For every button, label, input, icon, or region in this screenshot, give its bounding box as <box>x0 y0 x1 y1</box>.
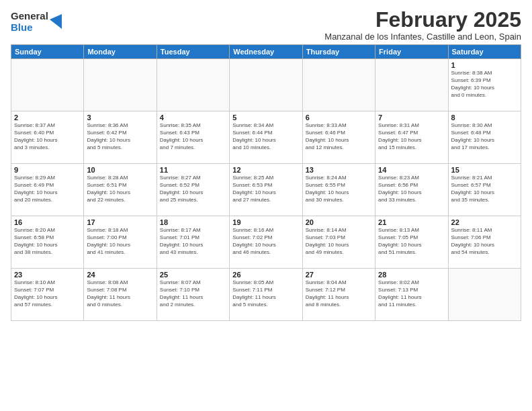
calendar-cell: 17Sunrise: 8:18 AM Sunset: 7:00 PM Dayli… <box>84 216 157 269</box>
day-info: Sunrise: 8:29 AM Sunset: 6:49 PM Dayligh… <box>14 175 81 203</box>
day-number: 14 <box>378 166 445 174</box>
calendar-cell: 3Sunrise: 8:36 AM Sunset: 6:42 PM Daylig… <box>84 111 157 164</box>
day-info: Sunrise: 8:38 AM Sunset: 6:39 PM Dayligh… <box>451 70 518 99</box>
day-number: 13 <box>306 166 372 174</box>
calendar-cell: 1Sunrise: 8:38 AM Sunset: 6:39 PM Daylig… <box>448 59 521 111</box>
calendar-cell <box>302 59 375 111</box>
day-of-week-header: Tuesday <box>157 45 229 59</box>
day-info: Sunrise: 8:27 AM Sunset: 6:52 PM Dayligh… <box>160 175 226 203</box>
calendar-cell <box>448 269 521 321</box>
day-info: Sunrise: 8:17 AM Sunset: 7:01 PM Dayligh… <box>160 227 226 256</box>
day-info: Sunrise: 8:10 AM Sunset: 7:07 PM Dayligh… <box>14 279 81 308</box>
day-number: 19 <box>232 218 299 226</box>
calendar-cell <box>157 59 229 111</box>
day-number: 16 <box>14 218 81 226</box>
calendar-cell: 28Sunrise: 8:02 AM Sunset: 7:13 PM Dayli… <box>375 269 448 321</box>
day-info: Sunrise: 8:35 AM Sunset: 6:43 PM Dayligh… <box>160 122 226 151</box>
day-info: Sunrise: 8:16 AM Sunset: 7:02 PM Dayligh… <box>232 227 299 256</box>
day-info: Sunrise: 8:33 AM Sunset: 6:46 PM Dayligh… <box>306 122 372 151</box>
day-info: Sunrise: 8:13 AM Sunset: 7:05 PM Dayligh… <box>378 227 445 256</box>
day-number: 15 <box>451 166 518 174</box>
day-number: 2 <box>14 113 81 122</box>
day-of-week-header: Friday <box>375 45 448 59</box>
day-info: Sunrise: 8:20 AM Sunset: 6:58 PM Dayligh… <box>14 227 81 256</box>
day-number: 4 <box>160 113 226 122</box>
month-title: February 2025 <box>324 8 521 32</box>
day-number: 23 <box>14 271 81 279</box>
day-info: Sunrise: 8:37 AM Sunset: 6:40 PM Dayligh… <box>14 122 81 151</box>
day-info: Sunrise: 8:36 AM Sunset: 6:42 PM Dayligh… <box>87 122 153 151</box>
calendar-cell: 8Sunrise: 8:30 AM Sunset: 6:48 PM Daylig… <box>448 111 521 164</box>
day-info: Sunrise: 8:18 AM Sunset: 7:00 PM Dayligh… <box>87 227 153 256</box>
calendar-cell: 25Sunrise: 8:07 AM Sunset: 7:10 PM Dayli… <box>157 269 229 321</box>
calendar-cell: 21Sunrise: 8:13 AM Sunset: 7:05 PM Dayli… <box>375 216 448 269</box>
day-info: Sunrise: 8:14 AM Sunset: 7:03 PM Dayligh… <box>306 227 372 256</box>
calendar: SundayMondayTuesdayWednesdayThursdayFrid… <box>11 44 521 321</box>
day-info: Sunrise: 8:21 AM Sunset: 6:57 PM Dayligh… <box>451 175 518 203</box>
calendar-cell: 16Sunrise: 8:20 AM Sunset: 6:58 PM Dayli… <box>11 216 84 269</box>
header: General Blue February 2025 Manzanal de l… <box>11 8 521 42</box>
calendar-cell: 15Sunrise: 8:21 AM Sunset: 6:57 PM Dayli… <box>448 164 521 216</box>
calendar-week-row: 9Sunrise: 8:29 AM Sunset: 6:49 PM Daylig… <box>11 164 521 216</box>
day-number: 7 <box>378 113 445 122</box>
day-info: Sunrise: 8:23 AM Sunset: 6:56 PM Dayligh… <box>378 175 445 203</box>
calendar-cell <box>230 59 302 111</box>
calendar-cell: 12Sunrise: 8:25 AM Sunset: 6:53 PM Dayli… <box>230 164 302 216</box>
day-number: 8 <box>451 113 518 122</box>
day-number: 26 <box>232 271 299 279</box>
calendar-cell: 19Sunrise: 8:16 AM Sunset: 7:02 PM Dayli… <box>230 216 302 269</box>
day-number: 11 <box>160 166 226 174</box>
day-info: Sunrise: 8:25 AM Sunset: 6:53 PM Dayligh… <box>232 175 299 203</box>
calendar-cell: 24Sunrise: 8:08 AM Sunset: 7:08 PM Dayli… <box>84 269 157 321</box>
calendar-week-row: 23Sunrise: 8:10 AM Sunset: 7:07 PM Dayli… <box>11 269 521 321</box>
logo-icon <box>50 14 62 29</box>
day-number: 10 <box>87 166 153 174</box>
day-info: Sunrise: 8:34 AM Sunset: 6:44 PM Dayligh… <box>232 122 299 151</box>
day-number: 9 <box>14 166 81 174</box>
calendar-cell: 23Sunrise: 8:10 AM Sunset: 7:07 PM Dayli… <box>11 269 84 321</box>
day-info: Sunrise: 8:05 AM Sunset: 7:11 PM Dayligh… <box>232 279 299 308</box>
calendar-week-row: 2Sunrise: 8:37 AM Sunset: 6:40 PM Daylig… <box>11 111 521 164</box>
logo-blue: Blue <box>11 22 48 34</box>
calendar-cell: 9Sunrise: 8:29 AM Sunset: 6:49 PM Daylig… <box>11 164 84 216</box>
subtitle: Manzanal de los Infantes, Castille and L… <box>324 32 521 42</box>
day-info: Sunrise: 8:11 AM Sunset: 7:06 PM Dayligh… <box>451 227 518 256</box>
calendar-cell: 6Sunrise: 8:33 AM Sunset: 6:46 PM Daylig… <box>302 111 375 164</box>
calendar-cell <box>84 59 157 111</box>
day-info: Sunrise: 8:07 AM Sunset: 7:10 PM Dayligh… <box>160 279 226 308</box>
day-of-week-header: Saturday <box>448 45 521 59</box>
calendar-cell: 26Sunrise: 8:05 AM Sunset: 7:11 PM Dayli… <box>230 269 302 321</box>
calendar-cell: 5Sunrise: 8:34 AM Sunset: 6:44 PM Daylig… <box>230 111 302 164</box>
day-info: Sunrise: 8:28 AM Sunset: 6:51 PM Dayligh… <box>87 175 153 203</box>
day-number: 20 <box>306 218 372 226</box>
calendar-cell: 27Sunrise: 8:04 AM Sunset: 7:12 PM Dayli… <box>302 269 375 321</box>
day-of-week-header: Monday <box>84 45 157 59</box>
day-info: Sunrise: 8:02 AM Sunset: 7:13 PM Dayligh… <box>378 279 445 308</box>
calendar-cell: 14Sunrise: 8:23 AM Sunset: 6:56 PM Dayli… <box>375 164 448 216</box>
day-of-week-header: Sunday <box>11 45 84 59</box>
calendar-cell: 7Sunrise: 8:31 AM Sunset: 6:47 PM Daylig… <box>375 111 448 164</box>
day-number: 24 <box>87 271 153 279</box>
calendar-cell: 18Sunrise: 8:17 AM Sunset: 7:01 PM Dayli… <box>157 216 229 269</box>
svg-marker-0 <box>50 14 62 29</box>
day-number: 3 <box>87 113 153 122</box>
day-number: 6 <box>306 113 372 122</box>
calendar-header-row: SundayMondayTuesdayWednesdayThursdayFrid… <box>11 45 521 59</box>
day-number: 22 <box>451 218 518 226</box>
day-number: 18 <box>160 218 226 226</box>
day-number: 1 <box>451 61 518 69</box>
calendar-cell: 4Sunrise: 8:35 AM Sunset: 6:43 PM Daylig… <box>157 111 229 164</box>
day-number: 21 <box>378 218 445 226</box>
calendar-cell <box>11 59 84 111</box>
calendar-week-row: 1Sunrise: 8:38 AM Sunset: 6:39 PM Daylig… <box>11 59 521 111</box>
day-number: 5 <box>232 113 299 122</box>
logo-general: General <box>11 11 48 22</box>
calendar-cell: 2Sunrise: 8:37 AM Sunset: 6:40 PM Daylig… <box>11 111 84 164</box>
calendar-cell: 22Sunrise: 8:11 AM Sunset: 7:06 PM Dayli… <box>448 216 521 269</box>
day-of-week-header: Wednesday <box>230 45 302 59</box>
day-info: Sunrise: 8:04 AM Sunset: 7:12 PM Dayligh… <box>306 279 372 308</box>
day-info: Sunrise: 8:08 AM Sunset: 7:08 PM Dayligh… <box>87 279 153 308</box>
page: General Blue February 2025 Manzanal de l… <box>0 0 532 411</box>
day-info: Sunrise: 8:24 AM Sunset: 6:55 PM Dayligh… <box>306 175 372 203</box>
calendar-cell: 13Sunrise: 8:24 AM Sunset: 6:55 PM Dayli… <box>302 164 375 216</box>
